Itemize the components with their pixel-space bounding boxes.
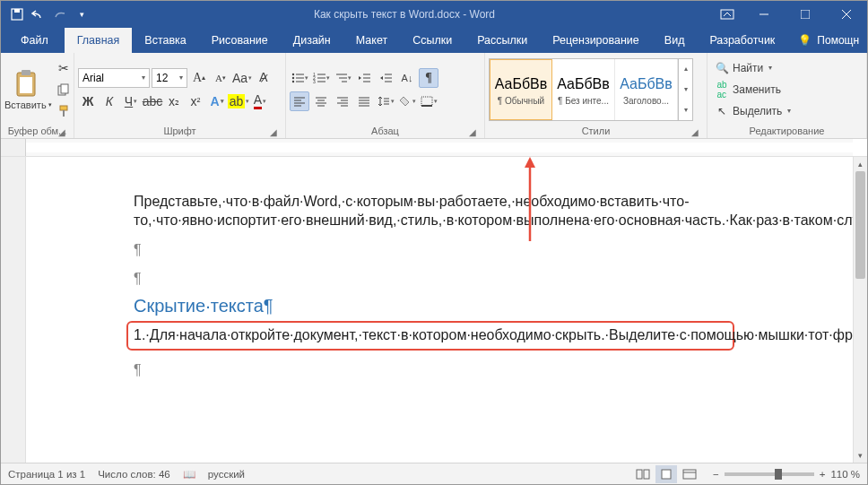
align-center-icon[interactable] bbox=[311, 91, 331, 111]
tab-references[interactable]: Ссылки bbox=[400, 28, 464, 53]
format-painter-icon[interactable] bbox=[54, 101, 74, 121]
print-layout-icon[interactable] bbox=[655, 465, 677, 483]
lightbulb-icon: 💡 bbox=[798, 34, 812, 47]
paste-button[interactable]: Вставить▾ bbox=[4, 57, 52, 122]
style-normal[interactable]: АаБбВв ¶ Обычный bbox=[490, 59, 552, 120]
vertical-scrollbar[interactable]: ▴ ▾ bbox=[853, 157, 867, 463]
paragraph-mark[interactable]: ¶ bbox=[134, 270, 734, 289]
window-title: Как скрыть текст в Word.docx - Word bbox=[98, 8, 711, 21]
svg-text:3: 3 bbox=[313, 79, 316, 83]
paragraph-mark[interactable]: ¶ bbox=[134, 241, 734, 260]
shading-icon[interactable]: ▾ bbox=[397, 91, 417, 111]
show-hide-icon[interactable]: ¶ bbox=[419, 68, 438, 88]
zoom-control[interactable]: − + 110 % bbox=[713, 469, 860, 480]
document-canvas[interactable]: Представьте,·что·в·файл·Word,·с·которым·… bbox=[26, 157, 853, 463]
font-name-combo[interactable]: Arial▾ bbox=[78, 68, 150, 88]
language-indicator[interactable]: русский bbox=[208, 469, 245, 480]
decrease-indent-icon[interactable] bbox=[354, 68, 374, 88]
redo-icon[interactable] bbox=[53, 7, 67, 22]
word-count[interactable]: Число слов: 46 bbox=[98, 469, 170, 480]
vertical-ruler[interactable] bbox=[1, 157, 26, 463]
font-color-icon[interactable]: A▾ bbox=[250, 91, 270, 111]
strikethrough-icon[interactable]: abc bbox=[143, 91, 162, 111]
font-size-combo[interactable]: 12▾ bbox=[152, 68, 187, 88]
document-area: Представьте,·что·в·файл·Word,·с·которым·… bbox=[1, 157, 867, 463]
styles-launcher[interactable]: ◢ bbox=[689, 126, 701, 138]
styles-gallery-more[interactable]: ▴▾▾ bbox=[678, 59, 692, 120]
borders-icon[interactable]: ▾ bbox=[419, 91, 438, 111]
tab-home[interactable]: Главная bbox=[65, 28, 133, 53]
tab-review[interactable]: Рецензирование bbox=[540, 28, 652, 53]
clear-format-icon[interactable]: A̷ bbox=[254, 68, 273, 88]
highlight-icon[interactable]: ab▾ bbox=[229, 91, 248, 111]
maximize-button[interactable] bbox=[785, 1, 826, 28]
tab-design[interactable]: Дизайн bbox=[281, 28, 343, 53]
tell-me[interactable]: 💡 Помощн bbox=[787, 28, 868, 53]
zoom-in-icon[interactable]: + bbox=[820, 469, 826, 480]
proofing-icon[interactable]: 📖 bbox=[183, 468, 195, 481]
clipboard-icon bbox=[13, 69, 42, 98]
ribbon-options-icon[interactable] bbox=[711, 9, 743, 20]
change-case-icon[interactable]: Aa▾ bbox=[232, 68, 252, 88]
undo-icon[interactable] bbox=[31, 7, 46, 22]
tab-layout[interactable]: Макет bbox=[343, 28, 400, 53]
line-spacing-icon[interactable]: ▾ bbox=[376, 91, 395, 111]
svg-rect-54 bbox=[421, 97, 432, 106]
zoom-level[interactable]: 110 % bbox=[830, 469, 860, 480]
multilevel-icon[interactable]: ▾ bbox=[333, 68, 352, 88]
find-button[interactable]: 🔍Найти▾ bbox=[711, 58, 794, 78]
svg-rect-1 bbox=[14, 9, 20, 13]
clipboard-launcher[interactable]: ◢ bbox=[56, 126, 68, 138]
svg-rect-11 bbox=[61, 84, 68, 93]
styles-gallery[interactable]: АаБбВв ¶ Обычный АаБбВв ¶ Без инте... Аа… bbox=[489, 58, 693, 121]
qat-customize-icon[interactable]: ▾ bbox=[74, 7, 89, 22]
tab-mailings[interactable]: Рассылки bbox=[464, 28, 540, 53]
align-right-icon[interactable] bbox=[333, 91, 352, 111]
paragraph[interactable]: Представьте,·что·в·файл·Word,·с·которым·… bbox=[134, 193, 734, 230]
align-left-icon[interactable] bbox=[290, 91, 309, 111]
zoom-slider[interactable] bbox=[725, 472, 814, 476]
status-bar: Страница 1 из 1 Число слов: 46 📖 русский… bbox=[1, 463, 867, 484]
read-mode-icon[interactable] bbox=[632, 465, 654, 483]
style-no-spacing[interactable]: АаБбВв ¶ Без инте... bbox=[552, 59, 615, 120]
increase-indent-icon[interactable] bbox=[376, 68, 395, 88]
close-button[interactable] bbox=[826, 1, 867, 28]
page-indicator[interactable]: Страница 1 из 1 bbox=[8, 469, 85, 480]
tab-insert[interactable]: Вставка bbox=[132, 28, 198, 53]
grow-font-icon[interactable]: A▴ bbox=[189, 68, 209, 88]
scrollbar-thumb[interactable] bbox=[855, 171, 865, 279]
italic-icon[interactable]: К bbox=[100, 91, 119, 111]
tab-developer[interactable]: Разработчик bbox=[697, 28, 787, 53]
horizontal-ruler[interactable] bbox=[1, 139, 867, 157]
tab-draw[interactable]: Рисование bbox=[199, 28, 281, 53]
heading[interactable]: Скрытие·текста¶ bbox=[134, 294, 734, 317]
group-styles: АаБбВв ¶ Обычный АаБбВв ¶ Без инте... Аа… bbox=[485, 53, 707, 138]
save-icon[interactable] bbox=[10, 7, 24, 22]
justify-icon[interactable] bbox=[354, 91, 374, 111]
numbering-icon[interactable]: 123▾ bbox=[311, 68, 331, 88]
subscript-icon[interactable]: x₂ bbox=[164, 91, 184, 111]
font-launcher[interactable]: ◢ bbox=[267, 126, 280, 138]
replace-button[interactable]: abacЗаменить bbox=[711, 80, 794, 100]
highlighted-paragraph: 1.·Для·начала·откройте·документ,·текст·в… bbox=[126, 321, 734, 351]
ribbon-tabs: Файл Главная Вставка Рисование Дизайн Ма… bbox=[1, 28, 867, 53]
paragraph-mark[interactable]: ¶ bbox=[134, 361, 734, 380]
copy-icon[interactable] bbox=[54, 80, 74, 100]
text-effects-icon[interactable]: A▾ bbox=[207, 91, 227, 111]
sort-icon[interactable]: A↓ bbox=[397, 68, 417, 88]
shrink-font-icon[interactable]: A▾ bbox=[211, 68, 230, 88]
superscript-icon[interactable]: x² bbox=[186, 91, 205, 111]
select-button[interactable]: ↖Выделить▾ bbox=[711, 101, 794, 121]
minimize-button[interactable] bbox=[743, 1, 785, 28]
style-heading1[interactable]: АаБбВв Заголово... bbox=[615, 59, 678, 120]
zoom-out-icon[interactable]: − bbox=[713, 469, 719, 480]
tab-view[interactable]: Вид bbox=[652, 28, 698, 53]
cut-icon[interactable]: ✂ bbox=[54, 58, 74, 78]
bullets-icon[interactable]: ▾ bbox=[290, 68, 309, 88]
web-layout-icon[interactable] bbox=[679, 465, 700, 483]
bold-icon[interactable]: Ж bbox=[78, 91, 98, 111]
paragraph[interactable]: 1.·Для·начала·откройте·документ,·текст·в… bbox=[134, 326, 727, 345]
tab-file[interactable]: Файл bbox=[4, 28, 65, 53]
paragraph-launcher[interactable]: ◢ bbox=[466, 126, 479, 138]
underline-icon[interactable]: Ч▾ bbox=[121, 91, 141, 111]
